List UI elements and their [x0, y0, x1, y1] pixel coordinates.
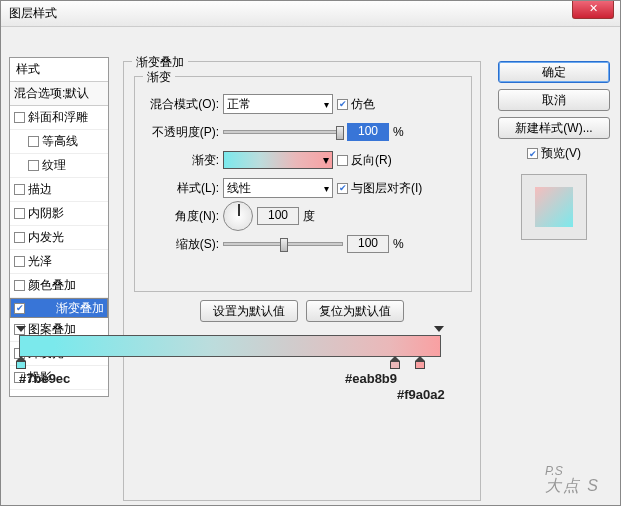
- gradient-inner-group: 渐变 混合模式(O): 正常 仿色 不透明度(P): 100 % 渐变: ▾ 反…: [134, 76, 472, 292]
- checkbox-icon: [14, 256, 25, 267]
- checkbox-icon: [337, 183, 348, 194]
- blend-mode-label: 混合模式(O):: [141, 96, 219, 113]
- sidebar-item-label: 光泽: [28, 253, 52, 270]
- angle-label: 角度(N):: [141, 208, 219, 225]
- checkbox-icon: [527, 148, 538, 159]
- sidebar-item-label: 斜面和浮雕: [28, 109, 88, 126]
- slider-thumb[interactable]: [280, 238, 288, 252]
- set-default-button[interactable]: 设置为默认值: [200, 300, 298, 322]
- sidebar-header: 样式: [10, 58, 108, 82]
- sidebar-item-label: 内阴影: [28, 205, 64, 222]
- sidebar-item-7[interactable]: 颜色叠加: [10, 274, 108, 298]
- angle-unit: 度: [303, 208, 315, 225]
- scale-label: 缩放(S):: [141, 236, 219, 253]
- sidebar-item-label: 颜色叠加: [28, 277, 76, 294]
- color-stop[interactable]: [16, 356, 26, 368]
- gradient-bar[interactable]: [19, 335, 441, 357]
- color-stop[interactable]: [415, 356, 425, 368]
- sidebar-subheader[interactable]: 混合选项:默认: [10, 82, 108, 106]
- gradient-editor: #7be9ec #eab8b9 #f9a0a2: [19, 335, 441, 357]
- checkbox-icon: [337, 155, 348, 166]
- angle-input[interactable]: 100: [257, 207, 299, 225]
- sidebar-item-1[interactable]: 等高线: [10, 130, 108, 154]
- checkbox-icon: [14, 280, 25, 291]
- sidebar-item-label: 内发光: [28, 229, 64, 246]
- color-hex-label: #7be9ec: [19, 371, 70, 386]
- sidebar-item-4[interactable]: 内阴影: [10, 202, 108, 226]
- checkbox-icon: [14, 303, 25, 314]
- opacity-stop[interactable]: [16, 326, 26, 336]
- angle-knob[interactable]: [223, 201, 253, 231]
- dither-checkbox[interactable]: 仿色: [337, 96, 375, 113]
- chevron-down-icon: ▾: [323, 153, 329, 167]
- align-checkbox[interactable]: 与图层对齐(I): [337, 180, 422, 197]
- checkbox-icon: [14, 112, 25, 123]
- ok-button[interactable]: 确定: [498, 61, 610, 83]
- sidebar-item-label: 等高线: [42, 133, 78, 150]
- color-hex-label: #eab8b9: [345, 371, 397, 386]
- opacity-input[interactable]: 100: [347, 123, 389, 141]
- opacity-stop[interactable]: [434, 326, 444, 336]
- slider-thumb[interactable]: [336, 126, 344, 140]
- watermark: P.S 大点 S: [545, 431, 600, 497]
- reset-default-button[interactable]: 复位为默认值: [306, 300, 404, 322]
- scale-input[interactable]: 100: [347, 235, 389, 253]
- checkbox-icon: [14, 208, 25, 219]
- preview-swatch: [535, 187, 573, 227]
- blend-mode-select[interactable]: 正常: [223, 94, 333, 114]
- sidebar-item-label: 纹理: [42, 157, 66, 174]
- gradient-picker[interactable]: ▾: [223, 151, 333, 169]
- checkbox-icon: [28, 160, 39, 171]
- checkbox-icon: [14, 184, 25, 195]
- sidebar-item-0[interactable]: 斜面和浮雕: [10, 106, 108, 130]
- reverse-checkbox[interactable]: 反向(R): [337, 152, 392, 169]
- checkbox-icon: [28, 136, 39, 147]
- gradient-label: 渐变:: [141, 152, 219, 169]
- gradient-overlay-group: 渐变叠加 渐变 混合模式(O): 正常 仿色 不透明度(P): 100 % 渐变…: [123, 61, 481, 501]
- scale-slider[interactable]: [223, 242, 343, 246]
- inner-group-title: 渐变: [143, 69, 175, 86]
- sidebar-item-3[interactable]: 描边: [10, 178, 108, 202]
- cancel-button[interactable]: 取消: [498, 89, 610, 111]
- new-style-button[interactable]: 新建样式(W)...: [498, 117, 610, 139]
- opacity-unit: %: [393, 125, 404, 139]
- layer-style-dialog: 图层样式 ✕ 样式 混合选项:默认 斜面和浮雕等高线纹理描边内阴影内发光光泽颜色…: [0, 0, 621, 506]
- sidebar-item-label: 渐变叠加: [56, 300, 104, 317]
- sidebar-item-5[interactable]: 内发光: [10, 226, 108, 250]
- style-select[interactable]: 线性: [223, 178, 333, 198]
- checkbox-icon: [14, 232, 25, 243]
- close-button[interactable]: ✕: [572, 1, 614, 19]
- sidebar-item-label: 描边: [28, 181, 52, 198]
- opacity-label: 不透明度(P):: [141, 124, 219, 141]
- window-title: 图层样式: [9, 5, 57, 22]
- content: 样式 混合选项:默认 斜面和浮雕等高线纹理描边内阴影内发光光泽颜色叠加渐变叠加图…: [1, 27, 620, 505]
- titlebar[interactable]: 图层样式 ✕: [1, 1, 620, 27]
- preview-box: [521, 174, 587, 240]
- scale-unit: %: [393, 237, 404, 251]
- style-label: 样式(L):: [141, 180, 219, 197]
- sidebar-item-6[interactable]: 光泽: [10, 250, 108, 274]
- sidebar-item-2[interactable]: 纹理: [10, 154, 108, 178]
- right-button-panel: 确定 取消 新建样式(W)... 预览(V): [498, 61, 610, 240]
- color-stop[interactable]: [390, 356, 400, 368]
- preview-checkbox[interactable]: 预览(V): [498, 145, 610, 162]
- checkbox-icon: [337, 99, 348, 110]
- color-hex-label: #f9a0a2: [397, 387, 445, 402]
- sidebar-item-8[interactable]: 渐变叠加: [10, 298, 108, 318]
- opacity-slider[interactable]: [223, 130, 343, 134]
